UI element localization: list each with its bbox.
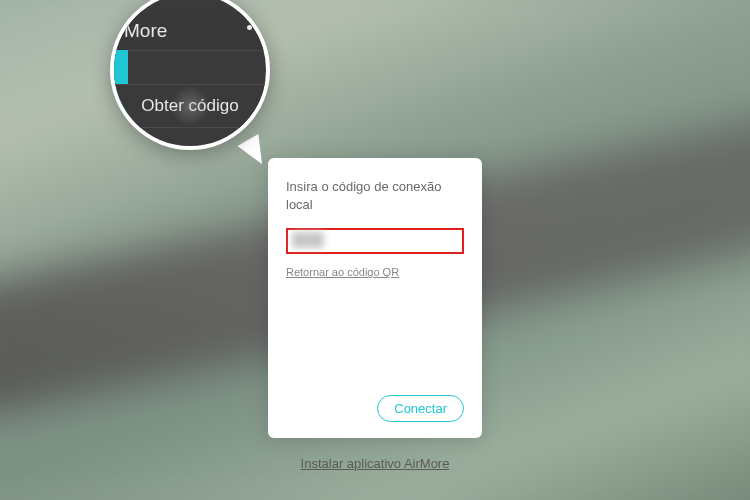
return-qr-link[interactable]: Retornar ao código QR xyxy=(286,266,464,278)
callout-item-text: Obter código xyxy=(141,96,238,116)
install-app-link[interactable]: Instalar aplicativo AirMore xyxy=(0,456,750,471)
card-title: Insira o código de conexão local xyxy=(286,178,464,214)
get-code-menu-item: Obter código xyxy=(114,84,266,128)
callout-header-text: More xyxy=(124,20,167,42)
more-icon xyxy=(247,16,252,30)
code-input[interactable] xyxy=(286,228,464,254)
callout-header: More xyxy=(114,12,266,50)
connection-card: Insira o código de conexão local Retorna… xyxy=(268,158,482,438)
code-input-wrap xyxy=(286,228,464,254)
connect-button[interactable]: Conectar xyxy=(377,395,464,422)
